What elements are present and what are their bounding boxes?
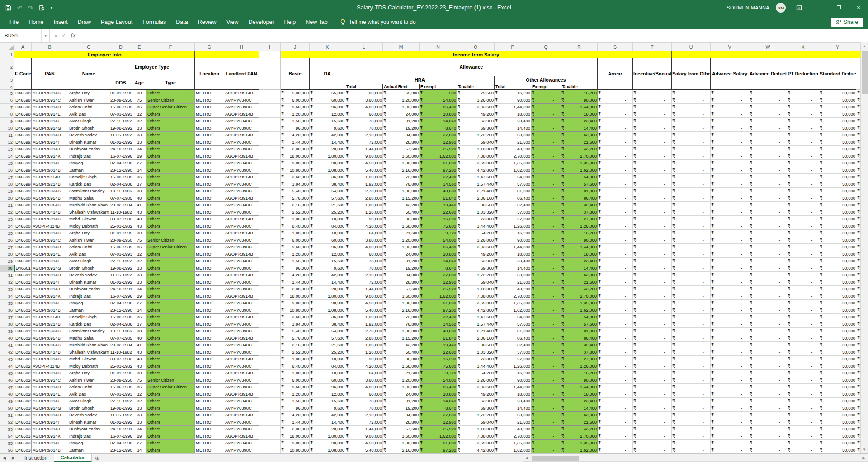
cell-advance-deduction[interactable]: ₹-	[749, 335, 787, 342]
cell-advance-salary[interactable]: ₹-	[711, 307, 749, 314]
cell-landlord-pan[interactable]: AGOPR8914B	[224, 174, 259, 181]
cell-pan[interactable]: AGOPR8914D	[32, 244, 68, 251]
cell-advance-salary[interactable]: ₹-	[711, 286, 749, 293]
cell-blank[interactable]	[259, 139, 281, 146]
cell-ecode[interactable]: D466034	[14, 433, 32, 440]
cell-standard-deduction[interactable]: ₹50,000	[819, 104, 856, 111]
cell-incentive[interactable]: ₹-	[633, 265, 672, 272]
cell-basic[interactable]: ₹9,60,000	[281, 384, 310, 391]
cell-pan[interactable]: AGOPR6914B	[32, 216, 68, 223]
cell-advance-salary[interactable]: ₹-	[711, 209, 749, 216]
cell-age[interactable]: 86	[132, 384, 146, 391]
cell-advance-deduction[interactable]: ₹-	[749, 146, 787, 153]
cell-location[interactable]: METRO	[195, 384, 224, 391]
column-header-A[interactable]: A	[14, 43, 32, 51]
cell-oa-taxable[interactable]: ₹86,400	[561, 335, 598, 342]
cell-type[interactable]: Others	[146, 139, 195, 146]
cell-clipped[interactable]: ₹	[856, 405, 861, 412]
cell-ecode[interactable]: D466022	[14, 349, 32, 356]
cell-type[interactable]: Senior Citizen	[146, 97, 195, 104]
cell-blank[interactable]	[259, 286, 281, 293]
cell-hra-taxable[interactable]: ₹88,560	[457, 342, 495, 349]
cell-type[interactable]: Others	[146, 440, 195, 447]
cell-oa-total[interactable]: ₹18,000	[495, 251, 531, 258]
cell-type[interactable]: Others	[146, 111, 195, 118]
column-header-Q[interactable]: Q	[531, 43, 561, 51]
cell-ecode[interactable]: D466020	[14, 335, 32, 342]
cell-oa-exempt[interactable]: ₹-	[531, 349, 561, 356]
cell-pt-deduction[interactable]: ₹-	[787, 132, 819, 139]
row-header-31[interactable]: 31	[0, 272, 14, 279]
cell-da[interactable]: ₹12,000	[310, 391, 345, 398]
cell-salary-other-employer[interactable]: ₹-	[672, 440, 711, 447]
cell-oa-total[interactable]: ₹14,400	[495, 405, 531, 412]
cell-pan[interactable]: AGOPR8914F	[32, 398, 68, 405]
cell-advance-deduction[interactable]: ₹-	[749, 293, 787, 300]
cell-standard-deduction[interactable]: ₹50,000	[819, 349, 856, 356]
cell-age[interactable]: 43	[132, 209, 146, 216]
cell-pan[interactable]: AGOPR9214B	[32, 181, 68, 188]
cell-basic[interactable]: ₹6,00,000	[281, 377, 310, 384]
cell-advance-salary[interactable]: ₹-	[711, 391, 749, 398]
cell-incentive[interactable]: ₹-	[633, 286, 672, 293]
cell-type[interactable]: Others	[146, 342, 195, 349]
cell-actual-rent[interactable]: ₹43,200	[383, 202, 420, 209]
cell-location[interactable]: METRO	[195, 335, 224, 342]
cell-salary-other-employer[interactable]: ₹-	[672, 181, 711, 188]
cell-age[interactable]: 43	[132, 349, 146, 356]
cell-oa-taxable[interactable]: ₹43,200	[561, 426, 598, 433]
cell-blank[interactable]	[259, 293, 281, 300]
cell-incentive[interactable]: ₹-	[633, 314, 672, 321]
cell-basic[interactable]: ₹1,56,000	[281, 258, 310, 265]
cell-pan[interactable]: AGOPR8914K	[32, 153, 68, 160]
cell-oa-taxable[interactable]: ₹81,000	[561, 328, 598, 335]
cell-hra-exempt[interactable]: ₹86,400	[420, 104, 457, 111]
cell-incentive[interactable]: ₹-	[633, 279, 672, 286]
column-header-S[interactable]: S	[598, 43, 633, 51]
cell-name[interactable]: Mushkid Khan Khan	[68, 342, 109, 349]
cell-pt-deduction[interactable]: ₹-	[787, 251, 819, 258]
cell-oa-exempt[interactable]: ₹-	[531, 321, 561, 328]
row-header-43[interactable]: 43	[0, 356, 14, 363]
cell-standard-deduction[interactable]: ₹50,000	[819, 426, 856, 433]
cell-standard-deduction[interactable]: ₹50,000	[819, 118, 856, 125]
cell-ecode[interactable]: D465999	[14, 188, 32, 195]
header-da[interactable]: DA	[310, 58, 345, 90]
cell-oa-exempt[interactable]: ₹-	[531, 265, 561, 272]
row-header-24[interactable]: 24	[0, 223, 14, 230]
cell-hra-total[interactable]: ₹2,88,000	[345, 335, 383, 342]
cell-da[interactable]: ₹1,80,000	[310, 433, 345, 440]
cell-oa-exempt[interactable]: ₹-	[531, 440, 561, 447]
cell-da[interactable]: ₹9,600	[310, 265, 345, 272]
cell-basic[interactable]: ₹5,40,000	[281, 328, 310, 335]
cell-hra-total[interactable]: ₹9,00,000	[345, 293, 383, 300]
cell-incentive[interactable]: ₹-	[633, 328, 672, 335]
cell-pt-deduction[interactable]: ₹-	[787, 167, 819, 174]
cell-da[interactable]: ₹28,800	[310, 286, 345, 293]
cell-salary-other-employer[interactable]: ₹-	[672, 216, 711, 223]
cell-clipped[interactable]: ₹	[856, 349, 861, 356]
cell-standard-deduction[interactable]: ₹50,000	[819, 251, 856, 258]
cell-advance-deduction[interactable]: ₹-	[749, 286, 787, 293]
header-incentive[interactable]: Incentive/Bonus/Overtime	[633, 58, 672, 90]
cell-arrear[interactable]: ₹-	[598, 174, 633, 181]
cell-salary-other-employer[interactable]: ₹-	[672, 356, 711, 363]
cell-ecode[interactable]: D466028	[14, 391, 32, 398]
cell-arrear[interactable]: ₹-	[598, 321, 633, 328]
cell-hra-total[interactable]: ₹2,10,000	[345, 272, 383, 279]
add-sheet-icon[interactable]: ⊕	[92, 454, 104, 462]
cell-type[interactable]: Others	[146, 90, 195, 97]
row-header-34[interactable]: 34	[0, 293, 14, 300]
cell-dob[interactable]: 07-03-1993	[109, 251, 132, 258]
cell-arrear[interactable]: ₹-	[598, 202, 633, 209]
header-pan[interactable]: PAN	[32, 58, 68, 90]
header-basic[interactable]: Basic	[281, 58, 310, 90]
cell-advance-deduction[interactable]: ₹-	[749, 258, 787, 265]
cell-landlord-pan[interactable]: AVYPY0398C	[224, 405, 259, 412]
cell-age[interactable]: 34	[132, 307, 146, 314]
row-header-56[interactable]: 56	[0, 447, 14, 454]
cell-advance-salary[interactable]: ₹-	[711, 174, 749, 181]
cell-arrear[interactable]: ₹-	[598, 440, 633, 447]
cell-pt-deduction[interactable]: ₹-	[787, 440, 819, 447]
cell-blank[interactable]	[259, 118, 281, 125]
